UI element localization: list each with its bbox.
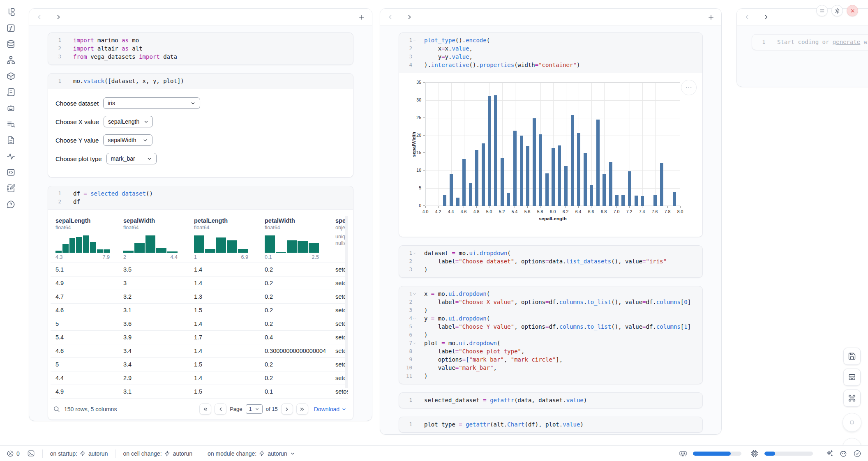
table-cell: 3.2	[118, 290, 189, 303]
zap-icon	[80, 450, 86, 456]
code-editor[interactable]: 1import marimo as mo2import altair as al…	[48, 33, 353, 65]
chevron-down-icon	[413, 251, 416, 255]
close-button[interactable]	[847, 5, 858, 16]
column-middle-add-cell-button[interactable]	[707, 14, 715, 21]
chart-menu-button[interactable]	[681, 80, 697, 95]
line-number: 1	[399, 396, 419, 404]
fold-chevron-icon[interactable]	[412, 251, 417, 255]
runtime-config-item[interactable]: on startup:autorun	[50, 450, 108, 457]
sidebar-item-help-bubble[interactable]	[5, 199, 16, 210]
dropdown-select-plot-type[interactable]: mark_bar	[106, 153, 157, 164]
chart-bar	[533, 118, 536, 206]
dataset-dropdown-cell: 1dataset = mo.ui.dropdown(2 label="Choos…	[399, 245, 703, 278]
code-line: 3 y=y.value,	[399, 53, 702, 61]
sidebar-item-sitemap[interactable]	[5, 55, 16, 65]
fold-chevron-icon[interactable]	[412, 317, 417, 320]
column-right-prev-button[interactable]	[743, 14, 750, 21]
terminal-button[interactable]	[27, 449, 35, 457]
code-editor[interactable]: 1selected_dataset = getattr(data, datase…	[399, 393, 702, 408]
code-editor[interactable]: 1df = selected_dataset()2df	[48, 186, 353, 210]
page-select[interactable]: 1	[246, 404, 263, 414]
code-editor[interactable]: 1plot_type = getattr(alt.Chart(df), plot…	[399, 417, 702, 432]
ai-sparkles-button[interactable]	[825, 449, 833, 458]
table-scrollbar[interactable]	[345, 216, 348, 388]
dropdown-select-dataset[interactable]: iris	[103, 97, 200, 109]
chart-bar	[603, 174, 606, 206]
sidebar-item-scroll-text[interactable]	[5, 87, 16, 97]
command-button[interactable]	[843, 390, 861, 407]
last-page-button[interactable]	[296, 403, 308, 415]
table-cell: 1.5	[189, 358, 260, 371]
column-dtype: float64	[123, 225, 187, 230]
code-editor[interactable]: 1dataset = mo.ui.dropdown(2 label="Choos…	[399, 246, 702, 277]
fold-chevron-icon[interactable]	[412, 39, 417, 42]
table-cell: 3.9	[118, 331, 189, 344]
column-right-next-button[interactable]	[763, 14, 770, 21]
column-left-prev-button[interactable]	[36, 14, 43, 21]
save-button[interactable]	[843, 348, 861, 365]
settings-button[interactable]	[831, 5, 843, 16]
chevron-down-icon	[413, 39, 416, 42]
sidebar-item-bot-chat[interactable]	[5, 103, 16, 113]
fold-chevron-icon[interactable]	[412, 292, 417, 296]
x-tick-label: 6.4	[575, 209, 582, 214]
table-cell: 5.4	[51, 331, 118, 344]
code-editor[interactable]: 1mo.vstack([dataset, x, y, plot])	[48, 74, 353, 89]
download-button[interactable]: Download	[314, 406, 346, 413]
sidebar-item-file-text[interactable]	[5, 135, 16, 145]
chart-bar	[513, 131, 517, 206]
generate-with-ai-link[interactable]: generate	[833, 39, 860, 45]
assistant-button[interactable]	[839, 449, 847, 458]
code-text: label="Choose X value", options=df.colum…	[419, 298, 702, 306]
line-number: 1	[399, 36, 419, 44]
next-page-button[interactable]	[281, 403, 293, 415]
y-axis-title: sepalWidth	[411, 132, 416, 157]
x-tick-label: 4.0	[422, 209, 429, 214]
table-column-header[interactable]: petalWidthfloat640.12.5	[260, 214, 330, 263]
table-column-header[interactable]: sepalLengthfloat644.37.9	[51, 214, 118, 263]
sidebar-item-list-search[interactable]	[5, 119, 16, 129]
layout-button[interactable]	[843, 369, 861, 386]
dropdown-select-y-value[interactable]: sepalWidth	[103, 134, 152, 146]
code-editor[interactable]: 1Start coding or generate with	[752, 35, 868, 50]
sidebar-item-database[interactable]	[5, 39, 16, 49]
error-indicator[interactable]: 0	[7, 450, 20, 457]
code-editor[interactable]: 1x = mo.ui.dropdown(2 label="Choose X va…	[399, 286, 702, 384]
table-search-button[interactable]	[53, 406, 60, 413]
sidebar-item-code-block[interactable]	[5, 167, 16, 177]
first-page-button[interactable]	[199, 403, 211, 415]
cpu-icon-wrap	[750, 449, 759, 458]
sidebar-item-function-square[interactable]	[5, 23, 16, 33]
ram-icon-wrap	[679, 449, 687, 458]
code-line: 2 label="Choose X value", options=df.col…	[399, 298, 702, 306]
chart-bar	[558, 145, 561, 206]
stop-button[interactable]	[843, 413, 861, 432]
table-cell: 2.9	[118, 371, 189, 385]
column-left-next-button[interactable]	[55, 14, 62, 21]
runtime-config-item[interactable]: on cell change:autorun	[123, 450, 192, 457]
chevron-right-icon	[763, 14, 770, 21]
column-left-add-cell-button[interactable]	[358, 14, 365, 21]
table-column-header[interactable]: petalLengthfloat6416.9	[189, 214, 260, 263]
sidebar-item-file-tree[interactable]	[5, 7, 16, 17]
check-circle-icon	[853, 449, 861, 458]
table-column-header[interactable]: sepalWidthfloat6424.4	[118, 214, 189, 263]
sidebar-item-notebook-pen[interactable]	[5, 183, 16, 194]
code-editor[interactable]: 1plot_type().encode(2 x=x.value,3 y=y.va…	[399, 33, 702, 73]
prev-page-button[interactable]	[215, 403, 226, 415]
plot-area[interactable]	[425, 82, 680, 205]
runtime-config-item[interactable]: on module change:autorun	[208, 450, 295, 457]
chart-bar	[450, 174, 453, 206]
column-middle-prev-button[interactable]	[387, 14, 394, 21]
dropdown-select-x-value[interactable]: sepalLength	[104, 116, 153, 127]
sidebar-item-package[interactable]	[5, 71, 16, 81]
menu-button[interactable]	[816, 5, 828, 16]
fold-chevron-icon[interactable]	[412, 341, 417, 345]
x-tick	[680, 206, 681, 208]
settings-icon	[834, 8, 840, 14]
connection-status-button[interactable]	[853, 449, 861, 458]
sidebar-item-activity[interactable]	[5, 151, 16, 161]
window-controls	[816, 5, 858, 16]
chart-bar	[475, 150, 478, 206]
column-middle-next-button[interactable]	[406, 14, 413, 21]
